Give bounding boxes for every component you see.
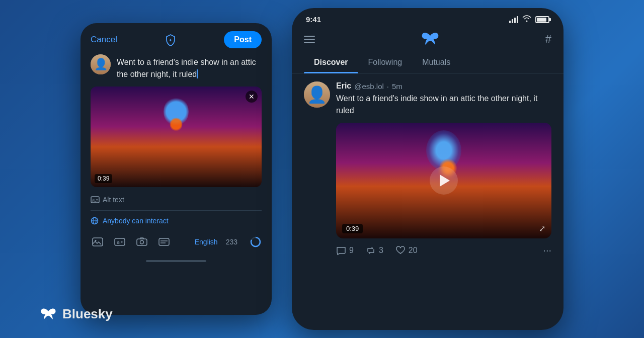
feed-content: Eric @esb.lol · 5m Went to a friend's in… <box>292 73 564 330</box>
svg-rect-12 <box>159 238 169 245</box>
progress-ring <box>250 236 262 248</box>
post-content: Eric @esb.lol · 5m Went to a friend's in… <box>336 81 551 256</box>
remove-video-button[interactable]: ✕ <box>246 91 258 103</box>
image-button[interactable] <box>91 235 105 249</box>
video-duration: 0:39 <box>342 224 363 233</box>
post-item: Eric @esb.lol · 5m Went to a friend's in… <box>304 81 551 256</box>
post-video[interactable]: 0:39 ⤢ <box>336 123 551 238</box>
char-count: 233 <box>226 238 237 246</box>
video-preview: ✕ 0:39 <box>91 87 262 187</box>
app-header: # <box>292 28 564 53</box>
compose-toolbar: GIF English 233 <box>80 231 272 253</box>
post-author-name[interactable]: Eric <box>336 81 351 91</box>
bluesky-logo <box>421 32 439 47</box>
svg-point-11 <box>140 240 144 244</box>
camera-button[interactable] <box>135 235 149 249</box>
tab-following[interactable]: Following <box>358 53 413 73</box>
tab-discover[interactable]: Discover <box>304 53 358 73</box>
wifi-icon <box>522 15 531 24</box>
brand-butterfly-icon <box>40 307 56 321</box>
like-count: 20 <box>409 246 418 255</box>
brand-name: Bluesky <box>62 306 113 322</box>
post-author-avatar[interactable] <box>304 81 330 108</box>
compose-phone: Cancel ✦ Post Went to a friend's indie s… <box>80 23 272 315</box>
bluesky-branding: Bluesky <box>40 306 113 322</box>
globe-icon <box>91 217 99 225</box>
like-icon <box>395 245 406 256</box>
repost-icon <box>366 245 376 256</box>
post-actions: 9 3 20 ··· <box>336 238 551 256</box>
post-button[interactable]: Post <box>224 31 262 48</box>
tabs-bar: Discover Following Mutuals <box>292 53 564 73</box>
feed-phone: 9:41 <box>292 8 564 330</box>
post-time: · <box>387 82 389 91</box>
post-meta: Eric @esb.lol · 5m <box>336 81 551 91</box>
interact-label: Anybody can interact <box>103 217 169 225</box>
like-button[interactable]: 20 <box>395 245 418 256</box>
more-options-button[interactable]: ··· <box>543 244 551 256</box>
repost-button[interactable]: 3 <box>366 245 383 256</box>
compose-body: Went to a friend's indie show in an atti… <box>80 54 272 87</box>
status-bar: 9:41 <box>292 8 564 28</box>
home-indicator <box>80 253 272 269</box>
alt-text-icon: ALT <box>91 195 100 204</box>
video-duration-badge: 0:39 <box>95 174 112 183</box>
post-timestamp: 5m <box>392 82 403 91</box>
stage-light-orange <box>170 117 183 132</box>
reply-icon <box>336 245 346 256</box>
post-text: Went to a friend's indie show in an atti… <box>336 93 551 117</box>
menu-button[interactable] <box>304 36 315 43</box>
search-button[interactable]: # <box>545 33 551 46</box>
play-icon <box>440 175 450 187</box>
svg-text:ALT: ALT <box>92 199 99 202</box>
composer-avatar <box>91 54 111 74</box>
alt-text-button[interactable]: ALT Alt text <box>80 193 272 210</box>
home-bar <box>146 260 206 262</box>
fullscreen-icon[interactable]: ⤢ <box>539 224 545 233</box>
repost-count: 3 <box>379 246 383 255</box>
post-author-handle[interactable]: @esb.lol <box>354 82 384 91</box>
video-thumbnail <box>91 87 262 187</box>
language-selector[interactable]: English <box>195 238 218 246</box>
gif-button[interactable]: GIF <box>113 235 127 249</box>
link-button[interactable] <box>157 235 171 249</box>
reply-button[interactable]: 9 <box>336 245 354 256</box>
interaction-settings[interactable]: Anybody can interact <box>80 211 272 231</box>
play-button[interactable] <box>430 166 458 195</box>
cancel-button[interactable]: Cancel <box>91 35 117 45</box>
video-scene <box>336 123 551 238</box>
time-display: 9:41 <box>306 15 321 24</box>
svg-text:GIF: GIF <box>117 241 123 244</box>
svg-text:✦: ✦ <box>169 38 173 43</box>
compose-text-area[interactable]: Went to a friend's indie show in an atti… <box>117 54 262 80</box>
signal-icon <box>509 16 518 23</box>
alt-text-label: Alt text <box>103 196 124 204</box>
reply-count: 9 <box>349 246 354 255</box>
compose-header: Cancel ✦ Post <box>80 23 272 54</box>
battery-icon <box>535 16 549 23</box>
svg-rect-10 <box>137 239 147 245</box>
shield-icon[interactable]: ✦ <box>163 32 179 48</box>
status-icons <box>509 15 549 24</box>
tab-mutuals[interactable]: Mutuals <box>412 53 460 73</box>
